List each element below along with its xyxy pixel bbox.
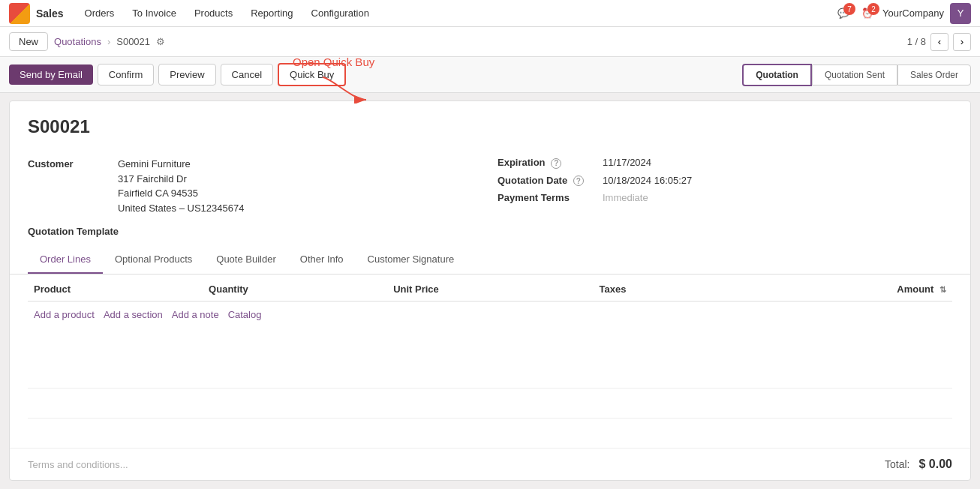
nav-menu: Orders To Invoice Products Reporting Con… bbox=[76, 0, 835, 27]
record-title: S00021 bbox=[28, 116, 952, 137]
tabs-bar: Order Lines Optional Products Quote Buil… bbox=[10, 246, 970, 274]
app-name: Sales bbox=[36, 8, 64, 20]
customer-name: Gemini Furniture bbox=[118, 157, 244, 172]
table-add-actions: Add a product Add a section Add a note C… bbox=[28, 302, 952, 328]
quotation-date-label: Quotation Date ? bbox=[498, 175, 603, 187]
breadcrumb-quotations[interactable]: Quotations bbox=[54, 36, 101, 47]
nav-right-area: 💬 7 ⏰ 2 YourCompany Y bbox=[834, 3, 971, 24]
col-unit-price: Unit Price bbox=[387, 278, 593, 302]
tab-quote-builder[interactable]: Quote Builder bbox=[204, 246, 288, 274]
quotation-date-value: 10/18/2024 16:05:27 bbox=[603, 175, 692, 186]
quotation-date-help-icon[interactable]: ? bbox=[573, 176, 584, 186]
tab-other-info[interactable]: Other Info bbox=[288, 246, 356, 274]
customer-address1: 317 Fairchild Dr bbox=[118, 172, 244, 187]
notification-badge: 7 bbox=[843, 3, 855, 15]
add-note-link[interactable]: Add a note bbox=[172, 309, 219, 320]
customer-field: Customer Gemini Furniture 317 Fairchild … bbox=[28, 157, 482, 220]
terms-placeholder[interactable]: Terms and conditions... bbox=[28, 459, 885, 470]
sub-bar: New Quotations › S00021 ⚙ 1 / 8 ‹ › bbox=[0, 27, 980, 57]
col-amount: Amount ⇅ bbox=[732, 278, 952, 302]
total-value: $ 0.00 bbox=[919, 458, 952, 471]
form-footer: Terms and conditions... Total: $ 0.00 bbox=[10, 448, 970, 480]
nav-configuration[interactable]: Configuration bbox=[302, 0, 378, 27]
top-navigation: Sales Orders To Invoice Products Reporti… bbox=[0, 0, 980, 27]
add-product-link[interactable]: Add a product bbox=[34, 309, 95, 320]
logo-icon bbox=[9, 3, 30, 24]
payment-terms-field: Payment Terms Immediate bbox=[498, 192, 952, 203]
payment-terms-label: Payment Terms bbox=[498, 192, 603, 203]
expiration-field: Expiration ? 11/17/2024 bbox=[498, 157, 952, 169]
quotation-date-field: Quotation Date ? 10/18/2024 16:05:27 bbox=[498, 175, 952, 187]
preview-button[interactable]: Preview bbox=[158, 64, 215, 86]
nav-products[interactable]: Products bbox=[185, 0, 242, 27]
pagination: 1 / 8 ‹ › bbox=[907, 33, 971, 51]
payment-terms-value: Immediate bbox=[603, 192, 648, 203]
main-content: S00021 Customer Gemini Furniture 317 Fai… bbox=[9, 100, 971, 481]
next-page-button[interactable]: › bbox=[953, 33, 971, 51]
new-button[interactable]: New bbox=[9, 32, 48, 51]
sort-icon[interactable]: ⇅ bbox=[939, 285, 946, 294]
col-taxes: Taxes bbox=[594, 278, 733, 302]
notifications-button[interactable]: 💬 7 bbox=[834, 4, 852, 22]
nav-to-invoice[interactable]: To Invoice bbox=[123, 0, 185, 27]
nav-reporting[interactable]: Reporting bbox=[242, 0, 302, 27]
customer-address3: United States – US12345674 bbox=[118, 201, 244, 216]
order-lines-table: Product Quantity Unit Price Taxes Amount… bbox=[28, 278, 952, 448]
app-logo[interactable]: Sales bbox=[9, 3, 64, 24]
breadcrumb-current: S00021 bbox=[116, 36, 150, 47]
tab-optional-products[interactable]: Optional Products bbox=[103, 246, 204, 274]
company-name[interactable]: YourCompany bbox=[882, 8, 944, 19]
expiration-value: 11/17/2024 bbox=[603, 157, 651, 168]
status-quotation-sent[interactable]: Quotation Sent bbox=[812, 64, 897, 86]
avatar[interactable]: Y bbox=[950, 3, 971, 24]
quotation-template-row: Quotation Template bbox=[10, 220, 970, 246]
expiration-help-icon[interactable]: ? bbox=[551, 158, 561, 169]
settings-gear-icon[interactable]: ⚙ bbox=[156, 36, 165, 47]
prev-page-button[interactable]: ‹ bbox=[930, 33, 948, 51]
customer-row: Customer Gemini Furniture 317 Fairchild … bbox=[28, 157, 482, 215]
breadcrumb-separator: › bbox=[107, 36, 110, 47]
action-bar: Open Quick Buy Send by Email Confirm Pre… bbox=[0, 57, 980, 93]
right-fields: Expiration ? 11/17/2024 Quotation Date ?… bbox=[498, 157, 952, 220]
col-product: Product bbox=[28, 278, 203, 302]
status-quotation[interactable]: Quotation bbox=[742, 64, 812, 86]
expiration-label: Expiration ? bbox=[498, 157, 603, 169]
confirm-button[interactable]: Confirm bbox=[98, 64, 155, 86]
add-section-link[interactable]: Add a section bbox=[104, 309, 163, 320]
total-label: Total: bbox=[885, 458, 909, 470]
tab-order-lines[interactable]: Order Lines bbox=[28, 246, 103, 274]
empty-row-2 bbox=[28, 388, 952, 418]
total-area: Total: $ 0.00 bbox=[885, 458, 952, 471]
send-email-button[interactable]: Send by Email bbox=[9, 64, 93, 85]
status-sales-order[interactable]: Sales Order bbox=[897, 64, 971, 86]
quick-buy-button[interactable]: Quick Buy bbox=[278, 63, 346, 86]
quotation-template-label: Quotation Template bbox=[28, 224, 119, 237]
empty-row-1 bbox=[28, 328, 952, 388]
form-header: S00021 bbox=[10, 101, 970, 157]
tab-customer-signature[interactable]: Customer Signature bbox=[356, 246, 467, 274]
status-bar: Quotation Quotation Sent Sales Order bbox=[742, 64, 971, 86]
form-grid: Customer Gemini Furniture 317 Fairchild … bbox=[10, 157, 970, 220]
clock-button[interactable]: ⏰ 2 bbox=[858, 4, 876, 22]
order-lines-table-container: Product Quantity Unit Price Taxes Amount… bbox=[10, 278, 970, 448]
table-add-row: Add a product Add a section Add a note C… bbox=[28, 302, 952, 328]
empty-row-3 bbox=[28, 418, 952, 448]
cancel-button[interactable]: Cancel bbox=[221, 64, 273, 86]
breadcrumb-link-text: Quotations bbox=[54, 36, 101, 47]
pagination-text: 1 / 8 bbox=[907, 36, 926, 47]
nav-orders[interactable]: Orders bbox=[76, 0, 124, 27]
clock-badge: 2 bbox=[867, 3, 879, 15]
customer-value: Gemini Furniture 317 Fairchild Dr Fairfi… bbox=[118, 157, 244, 215]
catalog-link[interactable]: Catalog bbox=[228, 309, 262, 320]
customer-label: Customer bbox=[28, 157, 118, 170]
table-header-row: Product Quantity Unit Price Taxes Amount… bbox=[28, 278, 952, 302]
customer-address2: Fairfield CA 94535 bbox=[118, 186, 244, 201]
col-quantity: Quantity bbox=[203, 278, 387, 302]
